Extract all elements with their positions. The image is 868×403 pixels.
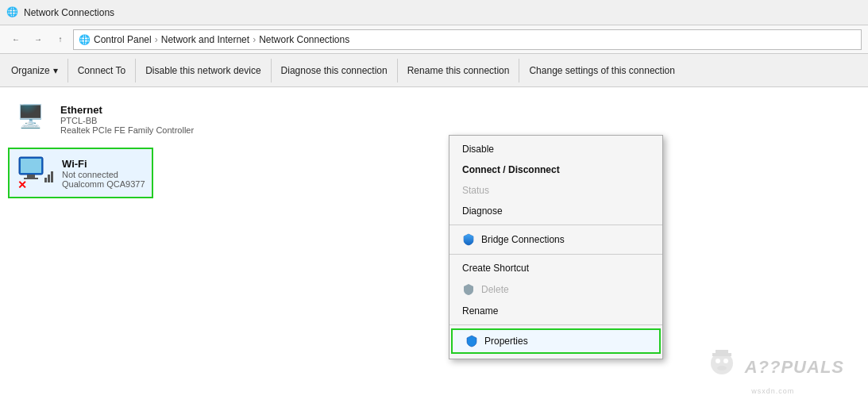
delete-label: Delete <box>481 284 509 295</box>
ethernet-name: Ethernet <box>60 104 194 116</box>
toolbar-sep-4 <box>397 59 398 83</box>
ethernet-sub1: PTCL-BB <box>60 116 194 125</box>
svg-rect-4 <box>44 178 47 182</box>
wifi-sub1: Not connected <box>62 170 145 179</box>
toolbar-sep-3 <box>271 59 272 83</box>
ctx-rename[interactable]: Rename <box>449 301 662 321</box>
wifi-icon-wrap: ✕ <box>16 154 54 192</box>
create-shortcut-label: Create Shortcut <box>462 263 529 274</box>
ethernet-sub2: Realtek PCIe FE Family Controller <box>60 125 194 135</box>
svg-point-9 <box>716 359 720 363</box>
breadcrumb-part-3[interactable]: Network Connections <box>259 34 349 45</box>
disable-label: Disable <box>462 144 494 155</box>
status-label: Status <box>462 185 489 196</box>
properties-shield-icon <box>465 335 478 347</box>
wifi-item[interactable]: ✕ Wi-Fi Not connected Qualcomm QCA9377 <box>8 148 153 198</box>
organize-arrow: ▾ <box>53 65 58 76</box>
rename-label: Rename <box>462 305 498 317</box>
diagnose-label: Diagnose this connection <box>281 65 388 76</box>
ethernet-icon-wrap: 🖥️ <box>14 100 52 138</box>
breadcrumb-icon: 🌐 <box>79 34 91 45</box>
svg-rect-2 <box>27 175 35 178</box>
disable-network-button[interactable]: Disable this network device <box>137 56 268 86</box>
breadcrumb-part-2[interactable]: Network and Internet <box>161 34 249 45</box>
wifi-network-icon: ✕ <box>16 154 54 192</box>
bridge-shield-icon <box>462 233 475 246</box>
toolbar-sep-1 <box>68 59 68 83</box>
change-settings-button[interactable]: Change settings of this connection <box>521 56 682 86</box>
breadcrumb-sep-1: › <box>155 34 158 45</box>
window-title: Network Connections <box>24 7 114 18</box>
wifi-info: Wi-Fi Not connected Qualcomm QCA9377 <box>62 158 145 189</box>
ctx-delete: Delete <box>449 278 662 301</box>
svg-point-10 <box>723 359 728 363</box>
wifi-name: Wi-Fi <box>62 158 145 170</box>
ctx-connect-disconnect[interactable]: Connect / Disconnect <box>449 159 662 180</box>
svg-rect-5 <box>48 175 50 182</box>
back-button[interactable]: ← <box>6 30 25 49</box>
connect-disconnect-label: Connect / Disconnect <box>462 164 560 175</box>
forward-button[interactable]: → <box>29 30 48 49</box>
wifi-sub2: Qualcomm QCA9377 <box>62 179 145 189</box>
appuals-logo-text: A??PUALS <box>745 357 844 378</box>
properties-label: Properties <box>484 336 528 347</box>
ethernet-info: Ethernet PTCL-BB Realtek PCIe FE Family … <box>60 104 194 135</box>
delete-shield-icon <box>462 283 475 296</box>
diagnose-button[interactable]: Diagnose this connection <box>273 56 395 86</box>
ctx-disable[interactable]: Disable <box>449 139 662 159</box>
ctx-status: Status <box>449 180 662 201</box>
context-menu: Disable Connect / Disconnect Status Diag… <box>449 135 663 359</box>
ctx-bridge-connections[interactable]: Bridge Connections <box>449 228 662 251</box>
title-bar: 🌐 Network Connections <box>0 0 868 25</box>
appuals-sub-text: wsxdn.com <box>751 387 794 395</box>
svg-point-11 <box>717 366 727 370</box>
appuals-mascot-icon <box>702 347 742 387</box>
organize-button[interactable]: Organize ▾ <box>3 56 66 86</box>
rename-connection-button[interactable]: Rename this connection <box>399 56 518 86</box>
up-button[interactable]: ↑ <box>51 30 70 49</box>
ethernet-computer-icon: 🖥️ <box>14 100 46 132</box>
ctx-sep-3 <box>449 324 662 325</box>
disable-label: Disable this network device <box>145 65 260 76</box>
change-settings-label: Change settings of this connection <box>529 65 674 76</box>
ctx-sep-2 <box>449 254 662 255</box>
breadcrumb[interactable]: 🌐 Control Panel › Network and Internet ›… <box>73 29 862 50</box>
breadcrumb-sep-2: › <box>253 34 256 45</box>
organize-label: Organize <box>11 65 50 76</box>
address-bar: ← → ↑ 🌐 Control Panel › Network and Inte… <box>0 25 868 54</box>
appuals-watermark: A??PUALS wsxdn.com <box>702 347 844 395</box>
ctx-properties[interactable]: Properties <box>451 328 661 354</box>
rename-label: Rename this connection <box>407 65 510 76</box>
svg-text:✕: ✕ <box>17 178 27 191</box>
window-icon: 🌐 <box>6 6 19 19</box>
ethernet-item[interactable]: 🖥️ Ethernet PTCL-BB Realtek PCIe FE Fami… <box>8 95 860 143</box>
toolbar-sep-2 <box>135 59 136 83</box>
svg-rect-1 <box>21 159 41 173</box>
diagnose-label: Diagnose <box>462 205 503 217</box>
ctx-sep-1 <box>449 225 662 225</box>
main-content: 🖥️ Ethernet PTCL-BB Realtek PCIe FE Fami… <box>0 87 868 403</box>
connect-to-button[interactable]: Connect To <box>70 56 134 86</box>
connect-to-label: Connect To <box>78 65 126 76</box>
ctx-create-shortcut[interactable]: Create Shortcut <box>449 258 662 278</box>
svg-rect-6 <box>51 171 53 182</box>
toolbar: Organize ▾ Connect To Disable this netwo… <box>0 54 868 87</box>
bridge-connections-label: Bridge Connections <box>481 234 565 245</box>
toolbar-sep-5 <box>519 59 519 83</box>
ctx-diagnose[interactable]: Diagnose <box>449 201 662 221</box>
breadcrumb-part-1[interactable]: Control Panel <box>94 34 152 45</box>
svg-rect-13 <box>716 350 728 355</box>
